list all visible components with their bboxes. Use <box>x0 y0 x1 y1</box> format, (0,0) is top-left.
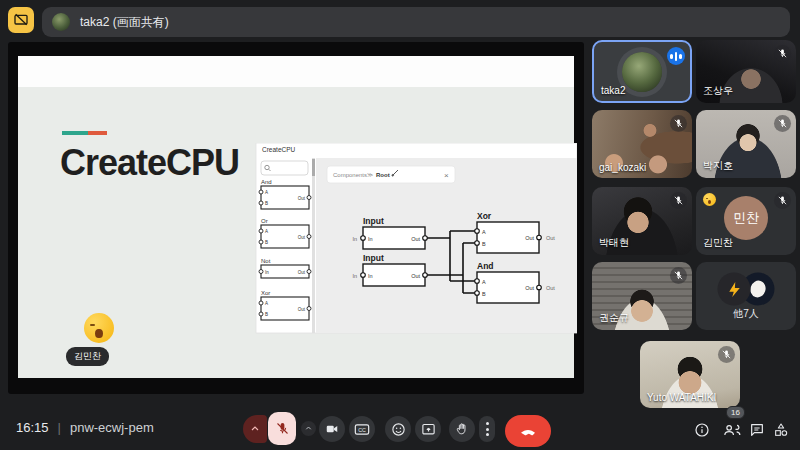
svg-text:Input: Input <box>363 253 384 263</box>
call-end-icon <box>518 421 538 441</box>
participant-tile-yuto[interactable]: Yuto WATAHIKI <box>640 341 740 408</box>
screen-share-off-icon <box>13 12 29 28</box>
svg-text:Out: Out <box>411 236 420 242</box>
participant-tile-others-overflow[interactable]: 他7人 <box>696 262 796 330</box>
meeting-info: 16:15 | pnw-ecwj-pem <box>16 420 154 435</box>
mic-muted-icon <box>670 267 687 284</box>
presentation-slide: CreateCPU CreateCPU <box>18 56 574 378</box>
svg-text:In: In <box>352 273 357 279</box>
svg-text:And: And <box>477 261 494 271</box>
present-screen-button[interactable] <box>415 416 441 442</box>
participants-panel-button[interactable] <box>721 421 742 438</box>
circuit-app-title: CreateCPU <box>262 146 296 153</box>
svg-text:A: A <box>265 190 268 195</box>
overflow-count-label: 他7人 <box>696 307 796 321</box>
chat-icon <box>749 422 765 438</box>
slide-title: CreateCPU <box>60 142 239 184</box>
mic-mute-button[interactable] <box>268 412 296 445</box>
reaction-emoji <box>84 313 114 343</box>
breadcrumb-close-icon: × <box>444 171 449 180</box>
participant-tile-taehyun[interactable]: 박태현 <box>592 187 692 255</box>
svg-text:In: In <box>368 273 373 279</box>
mic-muted-icon <box>718 346 735 363</box>
svg-text:Out: Out <box>298 307 306 312</box>
participant-tile-taka2[interactable]: taka2 <box>592 40 692 103</box>
camera-toggle-button[interactable] <box>319 416 345 442</box>
mic-muted-icon <box>670 115 687 132</box>
overflow-avatars <box>718 273 775 306</box>
chat-panel-button[interactable] <box>748 421 765 438</box>
reaction-emoji <box>703 193 716 206</box>
slide-body: CreateCPU CreateCPU <box>18 87 574 378</box>
svg-text:Or: Or <box>261 218 268 224</box>
reactions-button[interactable] <box>385 416 411 442</box>
camera-icon <box>325 422 339 436</box>
avatar <box>622 52 662 92</box>
svg-text:Out: Out <box>298 270 306 275</box>
avatar: 민찬 <box>724 196 768 240</box>
canvas-breadcrumb: Components ≫ Root × <box>327 166 455 183</box>
screen-share-label: taka2 (画面共有) <box>80 14 169 31</box>
mic-muted-icon <box>774 192 791 209</box>
svg-text:And: And <box>261 179 272 185</box>
participant-name: Yuto WATAHIKI <box>647 392 716 403</box>
svg-text:In: In <box>368 236 373 242</box>
svg-text:Out: Out <box>525 285 534 291</box>
reaction-sender-badge: 김민찬 <box>66 347 109 366</box>
smiley-icon <box>391 422 406 437</box>
presenting-indicator-badge[interactable] <box>8 7 34 33</box>
svg-text:B: B <box>265 201 268 206</box>
svg-text:Input: Input <box>363 216 384 226</box>
raise-hand-button[interactable] <box>449 416 475 442</box>
svg-text:Not: Not <box>261 258 271 264</box>
participant-count-badge: 16 <box>726 406 745 419</box>
mic-options-chevron[interactable] <box>243 415 267 443</box>
svg-text:Components: Components <box>333 172 367 178</box>
meet-window: taka2 (画面共有) CreateCPU CreateCPU <box>0 0 800 450</box>
svg-text:Xor: Xor <box>261 290 270 296</box>
participant-name: 권순규 <box>599 311 629 325</box>
participant-tile-parkjiho[interactable]: 박지호 <box>696 110 796 178</box>
participant-name: 박지호 <box>703 159 733 173</box>
hand-icon <box>455 422 469 436</box>
svg-text:B: B <box>265 240 268 245</box>
svg-text:B: B <box>482 291 486 297</box>
info-icon <box>694 422 710 438</box>
separator: | <box>58 420 61 435</box>
mic-muted-icon <box>774 45 791 62</box>
circuit-editor-screenshot: CreateCPU And <box>248 143 577 337</box>
svg-text:Xor: Xor <box>477 211 492 221</box>
participant-name: gai_kozaki <box>599 162 646 173</box>
participant-tile-josangwoo[interactable]: 조상우 <box>696 40 796 103</box>
participant-tile-minchan[interactable]: 민찬 김민찬 <box>696 187 796 255</box>
participant-tile-kwonsungyu[interactable]: 권순규 <box>592 262 692 330</box>
svg-text:CC: CC <box>358 426 366 432</box>
end-call-button[interactable] <box>505 415 551 447</box>
svg-text:≫: ≫ <box>367 172 373 178</box>
svg-text:Out: Out <box>411 273 420 279</box>
shared-screen-stage: CreateCPU CreateCPU <box>8 42 584 394</box>
svg-text:Out: Out <box>546 285 555 291</box>
camera-options-chevron[interactable] <box>301 421 316 436</box>
meeting-details-button[interactable] <box>693 421 710 438</box>
svg-text:In: In <box>352 236 357 242</box>
clock: 16:15 <box>16 420 49 435</box>
participant-name: 박태현 <box>599 236 629 250</box>
participant-name: taka2 <box>601 85 625 96</box>
avatar <box>718 273 751 306</box>
participant-tile-gai-kozaki[interactable]: gai_kozaki <box>592 110 692 178</box>
activities-icon <box>773 422 789 438</box>
activities-panel-button[interactable] <box>772 421 789 438</box>
slide-title-divider <box>62 131 107 135</box>
svg-text:Out: Out <box>298 235 306 240</box>
mic-off-icon <box>275 421 290 436</box>
svg-text:Out: Out <box>546 235 555 241</box>
more-options-button[interactable] <box>479 416 495 442</box>
svg-text:A: A <box>482 279 486 285</box>
mic-muted-icon <box>670 192 687 209</box>
participant-name: 조상우 <box>703 84 733 98</box>
svg-text:A: A <box>265 229 268 234</box>
screen-share-banner[interactable]: taka2 (画面共有) <box>42 7 790 37</box>
svg-text:Out: Out <box>298 196 306 201</box>
captions-button[interactable]: CC <box>349 416 375 442</box>
